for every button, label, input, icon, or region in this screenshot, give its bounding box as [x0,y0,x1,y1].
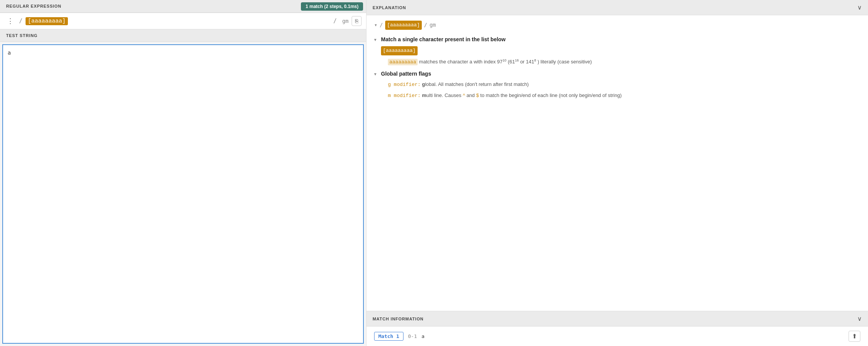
explanation-spacer [366,108,868,311]
match-info-body: Match 1 0-1 a ⬆ [366,327,868,346]
regex-flags: gm [342,18,349,24]
regex-section-label: REGULAR EXPRESSION [0,0,301,13]
m-modifier-bold: m [422,92,426,98]
g-modifier-text: lobal. All matches (don't return after f… [425,81,529,87]
tree-node-1-text2: (61 [508,59,515,65]
match-tab[interactable]: Match 1 [374,332,403,341]
tree-node-1-children: [aaaaaaaaa] aaaaaaaaa matches the charac… [381,46,860,67]
tree-node-1: ▾ Match a single character present in th… [374,35,860,66]
m-modifier-text: ulti line. Causes [426,92,463,98]
match-info-section: MATCH INFORMATION ∨ Match 1 0-1 a ⬆ [366,311,868,346]
tree-node-1-label: Match a single character present in the … [381,35,506,44]
regex-bar: ⋮ / [aaaaaaaaa] / gm ⎘ [0,13,366,29]
tree-node-1-sup3: 8 [534,58,536,62]
tree-node-1-sub: aaaaaaaaa matches the character a with i… [388,58,860,66]
right-panel: EXPLANATION ∨ ▾ / [aaaaaaaaa] / gm ▾ Mat… [366,0,868,346]
tree-node-2-sub2: m modifier: multi line. Causes ^ and $ t… [388,91,860,100]
three-dot-menu-button[interactable]: ⋮ [5,17,16,25]
test-string-section: TEST STRING a [0,29,366,346]
match-info-label: MATCH INFORMATION [373,317,424,321]
tree-toggle-2[interactable]: ▾ [374,70,379,78]
tree-toggle-1[interactable]: ▾ [374,36,379,44]
tree-node-1-text1: matches the character a with index 97 [419,59,503,65]
left-panel: REGULAR EXPRESSION 1 match (2 steps, 0.1… [0,0,366,346]
explanation-collapse-button[interactable]: ∨ [857,4,862,11]
m-dollar: $ [476,92,479,98]
match-info-header: MATCH INFORMATION ∨ [366,311,868,327]
explanation-label: EXPLANATION [373,5,406,10]
tree-node-2-sub1: g modifier: global. All matches (don't r… [388,80,860,89]
m-modifier-code: m modifier: [388,93,421,99]
regex-header-row: REGULAR EXPRESSION 1 match (2 steps, 0.1… [0,0,366,13]
regex-input-wrapper: [aaaaaaaaa] [26,17,330,25]
tree-node-1-sup2: 16 [515,58,519,62]
tree-node-2-label: Global pattern flags [381,70,431,79]
tree-node-2: ▾ Global pattern flags g modifier: globa… [374,70,860,100]
match-value: a [421,333,424,339]
regex-close-slash: / [333,18,337,24]
expln-pattern-badge: [aaaaaaaaa] [385,21,422,30]
regex-pattern[interactable]: [aaaaaaaaa] [26,17,68,25]
tree-node-1-header: ▾ Match a single character present in th… [374,35,860,44]
g-modifier-code: g modifier: [388,82,421,87]
copy-button[interactable]: ⎘ [352,16,362,26]
tree-node-1-badge: [aaaaaaaaa] [381,46,418,55]
regex-display-row: ▾ / [aaaaaaaaa] / gm [374,21,860,30]
expln-flags: gm [429,21,436,30]
match-info-collapse-button[interactable]: ∨ [857,315,862,322]
expln-slash1: / [379,21,383,30]
tree-node-1-sup1: 10 [503,58,506,62]
regex-open-slash: / [19,18,23,24]
explanation-header: EXPLANATION ∨ [366,0,868,15]
expln-slash2: / [424,21,427,30]
m-rest: to match the begin/end of each line (not… [479,92,622,98]
match-badge: 1 match (2 steps, 0.1ms) [301,2,363,11]
tree-node-1-text4: ) literally (case sensitive) [537,59,592,65]
share-button[interactable]: ⬆ [849,331,860,342]
match-range: 0-1 [408,333,417,339]
tree-node-1-highlight: aaaaaaaaa [388,59,418,65]
expln-arrow: ▾ [374,21,377,30]
tree-node-2-children: g modifier: global. All matches (don't r… [381,80,860,100]
tree-node-2-header: ▾ Global pattern flags [374,70,860,79]
explanation-body: ▾ / [aaaaaaaaa] / gm ▾ Match a single ch… [366,15,868,108]
test-string-label: TEST STRING [0,29,366,42]
tree-node-1-text3: or 141 [520,59,534,65]
m-and: and [465,92,476,98]
test-string-input[interactable]: a [2,44,364,344]
